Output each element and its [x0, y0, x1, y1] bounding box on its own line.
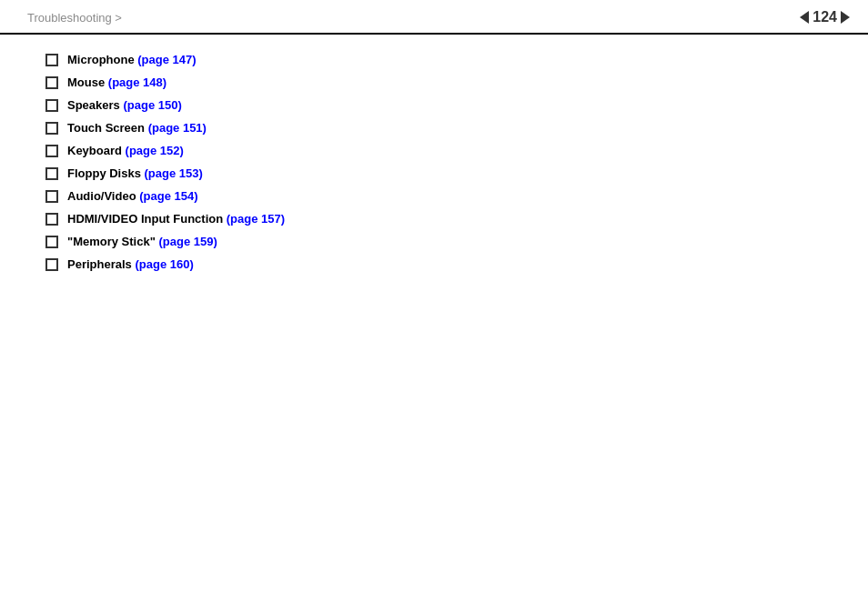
item-link-4[interactable]: (page 152): [126, 144, 184, 157]
item-link-5[interactable]: (page 153): [145, 166, 203, 180]
arrow-left-icon: [800, 11, 809, 24]
item-label-6: Audio/Video (page 154): [67, 189, 198, 203]
item-label-0: Microphone (page 147): [67, 53, 197, 66]
list-item: Touch Screen (page 151): [45, 121, 841, 135]
checkbox-icon: [45, 190, 58, 203]
item-label-7: HDMI/VIDEO Input Function (page 157): [67, 212, 285, 226]
list-item: HDMI/VIDEO Input Function (page 157): [45, 212, 841, 226]
item-link-2[interactable]: (page 150): [123, 98, 181, 112]
item-link-8[interactable]: (page 159): [158, 235, 217, 248]
page-header: Troubleshooting > 124: [0, 0, 868, 35]
checkbox-icon: [45, 167, 58, 180]
item-link-6[interactable]: (page 154): [139, 189, 197, 203]
list-item: Peripherals (page 160): [45, 257, 841, 271]
item-link-3[interactable]: (page 151): [148, 121, 207, 135]
checkbox-icon: [45, 76, 58, 89]
checkbox-icon: [45, 258, 58, 271]
item-link-0[interactable]: (page 147): [137, 53, 196, 66]
item-label-9: Peripherals (page 160): [67, 257, 194, 271]
item-label-1: Mouse (page 148): [67, 75, 167, 89]
main-content: Microphone (page 147)Mouse (page 148)Spe…: [0, 35, 868, 298]
item-link-9[interactable]: (page 160): [135, 257, 193, 271]
list-item: Audio/Video (page 154): [45, 189, 841, 203]
item-link-7[interactable]: (page 157): [227, 212, 285, 226]
arrow-right-icon: [841, 11, 850, 24]
list-item: Mouse (page 148): [45, 75, 841, 89]
list-item: Microphone (page 147): [45, 53, 841, 66]
breadcrumb: Troubleshooting >: [27, 11, 122, 25]
item-link-1[interactable]: (page 148): [108, 75, 167, 89]
checkbox-icon: [45, 213, 58, 226]
page-number: 124: [812, 9, 837, 25]
page-number-container: 124: [800, 9, 850, 25]
item-label-2: Speakers (page 150): [67, 98, 182, 112]
list-item: Keyboard (page 152): [45, 144, 841, 157]
item-label-3: Touch Screen (page 151): [67, 121, 207, 135]
item-label-5: Floppy Disks (page 153): [67, 166, 203, 180]
checkbox-icon: [45, 99, 58, 112]
list-item: Floppy Disks (page 153): [45, 166, 841, 180]
list-item: Speakers (page 150): [45, 98, 841, 112]
checkbox-icon: [45, 145, 58, 157]
checkbox-icon: [45, 122, 58, 135]
item-label-8: "Memory Stick" (page 159): [67, 235, 217, 248]
item-label-4: Keyboard (page 152): [67, 144, 184, 157]
checkbox-icon: [45, 236, 58, 248]
list-item: "Memory Stick" (page 159): [45, 235, 841, 248]
checkbox-icon: [45, 54, 58, 66]
items-list: Microphone (page 147)Mouse (page 148)Spe…: [45, 53, 841, 271]
